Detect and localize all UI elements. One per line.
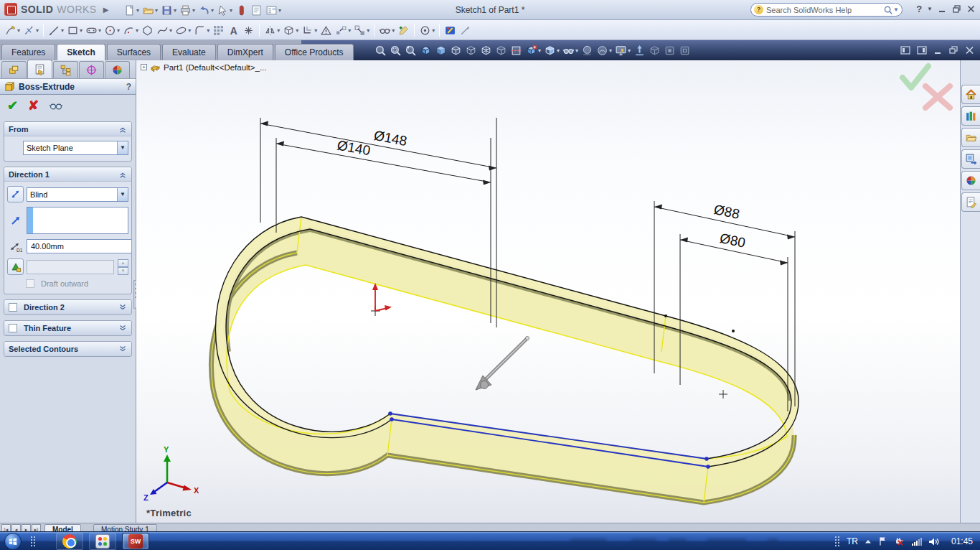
slot-dropdown-icon[interactable]: ▾ (98, 27, 101, 34)
offset-entities-button[interactable]: ▾ (300, 22, 319, 38)
extrude-direction-handle[interactable] (476, 336, 529, 390)
circle-dropdown-icon[interactable]: ▾ (117, 27, 120, 34)
undo-dropdown-icon[interactable]: ▾ (211, 7, 214, 14)
wireframe-button[interactable] (479, 42, 494, 58)
doc-restore-icon[interactable] (949, 46, 958, 55)
display-style-button[interactable]: ▾ (542, 42, 561, 58)
ellipse-button[interactable]: ▾ (174, 22, 192, 38)
restore-button[interactable] (952, 4, 961, 14)
combo-dropdown-icon[interactable]: ▼ (117, 141, 128, 154)
menu-expand-arrow-icon[interactable]: ▶ (103, 6, 109, 14)
group-selected-contours-header[interactable]: Selected Contours (4, 342, 131, 356)
hidden-lines-removed-button[interactable] (448, 42, 463, 58)
line-button[interactable]: ▾ (47, 22, 65, 38)
help-button[interactable]: ? (916, 4, 922, 14)
slot-button[interactable]: ▾ (84, 22, 103, 38)
end-condition-combo[interactable]: Blind ▼ (27, 187, 128, 202)
text-tool-button[interactable]: A (226, 22, 241, 38)
tab-scroll-first-icon[interactable]: |◂ (1, 524, 11, 531)
spline-button[interactable]: ▾ (155, 22, 174, 38)
power-plug-icon[interactable] (894, 536, 905, 546)
tab-office-products[interactable]: Office Products (275, 44, 354, 60)
pattern-grid-button[interactable] (211, 22, 226, 38)
start-condition-combo[interactable]: Sketch Plane ▼ (23, 141, 128, 155)
cancel-button[interactable]: ✘ (28, 98, 39, 113)
linear-sketch-pattern-button[interactable]: ▾ (334, 22, 352, 38)
minimize-button[interactable] (938, 4, 947, 14)
rectangle-dropdown-icon[interactable]: ▾ (80, 27, 83, 34)
hide-show-items-dropdown-icon[interactable]: ▾ (575, 47, 578, 54)
zoom-to-area-button[interactable] (388, 42, 403, 58)
mirror-entities-dropdown-icon[interactable]: ▾ (277, 27, 280, 34)
point-tool-button[interactable] (241, 22, 256, 38)
doc-minimize-icon[interactable] (933, 46, 943, 55)
undo-button[interactable]: ▾ (197, 2, 215, 18)
tab-features[interactable]: Features (1, 44, 55, 60)
display-style-dropdown-icon[interactable]: ▾ (557, 47, 560, 54)
view-orientation-button[interactable]: ▾ (524, 42, 542, 58)
offset-entities-dropdown-icon[interactable]: ▾ (314, 27, 317, 34)
zoom-to-fit-button[interactable] (373, 42, 388, 58)
manager-tab-propertymanager[interactable] (27, 60, 52, 78)
close-button[interactable] (966, 4, 976, 14)
file-properties-button[interactable] (249, 2, 264, 18)
pm-help-button[interactable]: ? (126, 82, 131, 92)
taskbar-solidworks-button[interactable]: SW (122, 533, 149, 550)
tree-expand-icon[interactable]: + (141, 64, 147, 70)
quick-snaps-button[interactable]: ▾ (418, 22, 436, 38)
manager-tab-displaymanager[interactable] (105, 61, 130, 78)
new-document-button[interactable]: ▾ (122, 2, 141, 18)
select-cursor-button[interactable]: ▾ (215, 2, 234, 18)
move-entities-button[interactable]: ▾ (352, 22, 371, 38)
arc-button[interactable]: ▾ (121, 22, 140, 38)
tab-evaluate[interactable]: Evaluate (162, 44, 216, 60)
search-input[interactable] (763, 6, 883, 14)
manager-tab-dimxpertmanager[interactable] (79, 61, 104, 78)
draft-outward-checkbox[interactable] (26, 279, 34, 288)
hidden-lines-visible-button[interactable] (463, 42, 479, 58)
smart-dimension-dropdown-icon[interactable]: ▾ (36, 27, 39, 34)
polygon-button[interactable] (140, 22, 155, 38)
task-pane-tab-design-library[interactable] (961, 106, 980, 126)
display-relations-dropdown-icon[interactable]: ▾ (392, 27, 395, 34)
collapse-left-pane-icon[interactable] (900, 46, 910, 55)
manager-tab-featuremanager-tree[interactable] (1, 61, 27, 78)
tab-scroll-next-icon[interactable]: ▸ (22, 524, 31, 531)
new-document-dropdown-icon[interactable]: ▾ (136, 7, 139, 14)
taskbar-chrome-button[interactable] (56, 533, 83, 550)
appearances-dropdown-icon[interactable]: ▾ (609, 47, 612, 54)
group-thin-feature-header[interactable]: Thin Feature (4, 321, 131, 335)
clock[interactable]: 01:45 (951, 536, 973, 546)
task-pane-tab-file-explorer[interactable] (961, 128, 980, 147)
detailed-preview-button[interactable] (49, 101, 63, 111)
draft-quality-button[interactable] (494, 42, 509, 58)
sketch-vertex[interactable] (664, 314, 667, 317)
convert-entities-button[interactable]: ▾ (281, 22, 300, 38)
show-hidden-icons-button[interactable] (864, 539, 872, 544)
network-signal-icon[interactable] (911, 537, 922, 546)
flyout-feature-tree[interactable]: + Part1 (Default<<Default>_... (141, 62, 267, 72)
smart-dimension-button[interactable]: ▾ (22, 22, 40, 38)
options-list-button[interactable]: ▾ (264, 2, 283, 18)
direction-reference-selection-box[interactable] (27, 207, 128, 234)
print-dropdown-icon[interactable]: ▾ (192, 7, 195, 14)
print-button[interactable]: ▾ (178, 2, 197, 18)
ellipse-dropdown-icon[interactable]: ▾ (188, 27, 191, 34)
view-settings-dropdown-icon[interactable]: ▾ (628, 47, 631, 54)
language-indicator[interactable]: TR (847, 536, 858, 546)
sketch-dropdown-icon[interactable]: ▾ (17, 27, 20, 34)
part-tree-label[interactable]: Part1 (Default<<Default>_... (164, 63, 267, 72)
task-pane-tab-view-palette[interactable] (961, 149, 980, 169)
shaded-button[interactable] (433, 42, 448, 58)
open-document-button[interactable]: ▾ (141, 2, 159, 18)
arrow-tool-button[interactable] (458, 22, 473, 38)
section-view-button[interactable] (509, 42, 524, 58)
save-dropdown-icon[interactable]: ▾ (174, 7, 176, 14)
add-relation-button[interactable] (396, 22, 411, 38)
sketch-ink-button[interactable] (443, 22, 458, 38)
search-box[interactable]: ? ▼ (750, 3, 903, 17)
line-dropdown-icon[interactable]: ▾ (61, 27, 64, 34)
sketch-button[interactable]: ▾ (3, 22, 22, 38)
collapse-right-pane-icon[interactable] (917, 46, 927, 55)
direction2-checkbox[interactable] (9, 303, 17, 312)
